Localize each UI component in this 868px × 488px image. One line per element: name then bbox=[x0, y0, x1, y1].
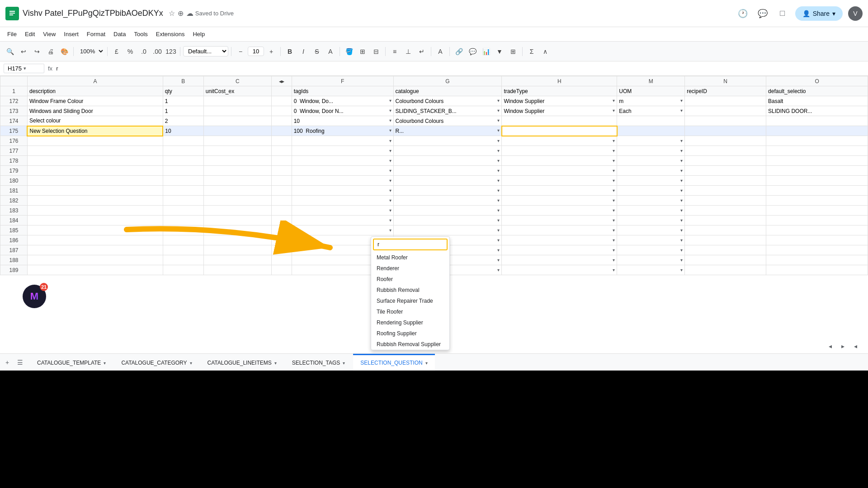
tab-selection-question[interactable]: SELECTION_QUESTION ▾ bbox=[353, 354, 434, 371]
tab-catalogue-category[interactable]: CATALOGUE_CATEGORY ▾ bbox=[114, 354, 199, 371]
paint-format-btn[interactable]: 🎨 bbox=[58, 45, 71, 58]
star-icon[interactable]: ☆ bbox=[169, 9, 175, 18]
tab-catalogue-category-arrow[interactable]: ▾ bbox=[190, 361, 192, 366]
col-header-M[interactable]: M bbox=[617, 76, 685, 86]
filter-btn[interactable]: ▼ bbox=[493, 45, 506, 58]
menu-file[interactable]: File bbox=[4, 29, 20, 39]
dropdown-item-roofing-supplier[interactable]: Roofing Supplier bbox=[371, 328, 449, 339]
tab-catalogue-lineitems[interactable]: CATALOGUE_LINEITEMS ▾ bbox=[200, 354, 284, 371]
m-logo[interactable]: M 21 bbox=[23, 285, 46, 308]
cell-173-N[interactable] bbox=[685, 106, 766, 116]
cell-172-F[interactable]: 0 Window, Do... ▾ bbox=[292, 96, 393, 106]
cell-175-G[interactable]: R... ▾ bbox=[393, 126, 502, 136]
menu-insert[interactable]: Insert bbox=[60, 29, 82, 39]
cell-176-N[interactable] bbox=[685, 136, 766, 146]
col-header-A[interactable]: A bbox=[27, 76, 163, 86]
format-123-btn[interactable]: 123 bbox=[165, 45, 177, 58]
history-btn[interactable]: 🕐 bbox=[736, 6, 750, 21]
fill-color-btn[interactable]: 🪣 bbox=[343, 45, 355, 58]
cell-172-M[interactable]: m ▾ bbox=[617, 96, 685, 106]
strikethrough-btn[interactable]: S bbox=[311, 45, 323, 58]
font-select[interactable]: Default... bbox=[183, 46, 228, 56]
table-btn[interactable]: ⊞ bbox=[507, 45, 519, 58]
col-header-F[interactable]: F bbox=[292, 76, 393, 86]
dropdown-item-surface-repairer[interactable]: Surface Repairer Trade bbox=[371, 296, 449, 306]
borders-btn[interactable]: ⊞ bbox=[356, 45, 369, 58]
cell-175-C[interactable] bbox=[203, 126, 271, 136]
cell-174-B[interactable]: 2 bbox=[163, 116, 203, 126]
tab-selection-tags-arrow[interactable]: ▾ bbox=[343, 361, 345, 366]
cell-175-F[interactable]: 100 Roofing ▾ bbox=[292, 126, 393, 136]
cell-174-M[interactable] bbox=[617, 116, 685, 126]
menu-view[interactable]: View bbox=[39, 29, 59, 39]
col-header-H[interactable]: H bbox=[502, 76, 617, 86]
tab-catalogue-template-arrow[interactable]: ▾ bbox=[104, 361, 106, 366]
cell-172-N[interactable] bbox=[685, 96, 766, 106]
field-recipeid[interactable]: recipeID bbox=[685, 86, 766, 96]
history-icon[interactable]: ⊕ bbox=[178, 9, 184, 18]
user-avatar[interactable]: V bbox=[848, 6, 863, 21]
cell-173-G[interactable]: SLIDING_STACKER_B... ▾ bbox=[393, 106, 502, 116]
cell-172-H[interactable]: Window Supplier ▾ bbox=[502, 96, 617, 106]
zoom-select[interactable]: 100% bbox=[76, 47, 104, 56]
tab-catalogue-template[interactable]: CATALOGUE_TEMPLATE ▾ bbox=[30, 354, 113, 371]
cell-175-A[interactable]: New Selection Question bbox=[27, 126, 163, 136]
field-qty[interactable]: qty bbox=[163, 86, 203, 96]
cell-175-M[interactable] bbox=[617, 126, 685, 136]
cell-173-M[interactable]: Each ▾ bbox=[617, 106, 685, 116]
chart-btn[interactable]: 📊 bbox=[480, 45, 492, 58]
dropdown-item-metal-roofer[interactable]: Metal Roofer bbox=[371, 252, 449, 263]
redo-btn[interactable]: ↪ bbox=[31, 45, 43, 58]
font-size-input[interactable] bbox=[248, 47, 264, 56]
col-header-N[interactable]: N bbox=[685, 76, 766, 86]
chat-btn[interactable]: 💬 bbox=[755, 6, 770, 21]
field-description[interactable]: description bbox=[27, 86, 163, 96]
cell-173-F[interactable]: 0 Window, Door N... ▾ bbox=[292, 106, 393, 116]
cell-175-O[interactable] bbox=[766, 126, 868, 136]
col-header-nav[interactable]: ◂▸ bbox=[271, 76, 292, 86]
view-btn[interactable]: □ bbox=[775, 6, 790, 21]
cell-173-A[interactable]: Windows and Sliding Door bbox=[27, 106, 163, 116]
cell-174-G[interactable]: Colourbond Colours ▾ bbox=[393, 116, 502, 126]
cell-175-H[interactable] bbox=[502, 126, 617, 136]
text-rotation-btn[interactable]: A bbox=[434, 45, 447, 58]
cell-173-C[interactable] bbox=[203, 106, 271, 116]
formula-input[interactable] bbox=[56, 65, 864, 72]
dropdown-item-tile-roofer[interactable]: Tile Roofer bbox=[371, 306, 449, 317]
field-tradetype[interactable]: tradeType bbox=[502, 86, 617, 96]
print-btn[interactable]: 🖨 bbox=[44, 45, 57, 58]
italic-btn[interactable]: I bbox=[297, 45, 310, 58]
undo-btn[interactable]: ↩ bbox=[17, 45, 30, 58]
menu-edit[interactable]: Edit bbox=[21, 29, 38, 39]
decimal-less-btn[interactable]: .0 bbox=[137, 45, 150, 58]
cell-176-F[interactable]: ▾ bbox=[292, 136, 393, 146]
cell-174-F[interactable]: 10 ▾ bbox=[292, 116, 393, 126]
menu-tools[interactable]: Tools bbox=[130, 29, 151, 39]
col-header-G[interactable]: G bbox=[393, 76, 502, 86]
cell-176-H[interactable]: ▾ bbox=[502, 136, 617, 146]
cell-172-B[interactable]: 1 bbox=[163, 96, 203, 106]
cell-172-A[interactable]: Window Frame Colour bbox=[27, 96, 163, 106]
valign-btn[interactable]: ⊥ bbox=[402, 45, 415, 58]
cell-176-O[interactable] bbox=[766, 136, 868, 146]
function-btn[interactable]: Σ bbox=[525, 45, 538, 58]
link-btn[interactable]: 🔗 bbox=[453, 45, 465, 58]
menu-help[interactable]: Help bbox=[189, 29, 208, 39]
cell-176-A[interactable] bbox=[27, 136, 163, 146]
bold-btn[interactable]: B bbox=[283, 45, 296, 58]
font-size-decrease-btn[interactable]: − bbox=[234, 45, 247, 58]
comment-btn[interactable]: 💬 bbox=[466, 45, 479, 58]
field-tagids[interactable]: tagIds bbox=[292, 86, 393, 96]
cell-176-G[interactable]: ▾ bbox=[393, 136, 502, 146]
collapse-btn[interactable]: ∧ bbox=[539, 45, 552, 58]
cell-174-C[interactable] bbox=[203, 116, 271, 126]
field-unitcost[interactable]: unitCost_ex bbox=[203, 86, 271, 96]
col-header-O[interactable]: O bbox=[766, 76, 868, 86]
dropdown-item-roofer[interactable]: Roofer bbox=[371, 274, 449, 285]
cell-175-B[interactable]: 10 bbox=[163, 126, 203, 136]
menu-extensions[interactable]: Extensions bbox=[152, 29, 189, 39]
cell-175-N[interactable] bbox=[685, 126, 766, 136]
text-color-btn[interactable]: A bbox=[324, 45, 337, 58]
dropdown-item-rubbish-removal-supplier[interactable]: Rubbish Removal Supplier bbox=[371, 339, 449, 350]
tab-selection-question-arrow[interactable]: ▾ bbox=[425, 361, 428, 366]
